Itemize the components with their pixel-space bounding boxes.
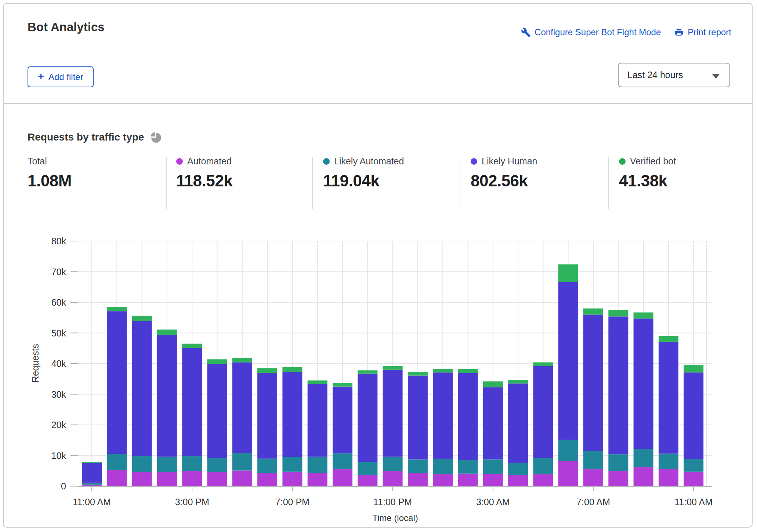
bar-segment-verified-bot[interactable] [182,344,202,348]
bar-segment-likely-automated[interactable] [634,449,653,467]
bar-segment-likely-human[interactable] [207,364,227,458]
bar-segment-likely-automated[interactable] [82,483,102,485]
bar-segment-likely-human[interactable] [483,387,503,459]
bar-segment-likely-automated[interactable] [433,459,453,474]
bar-segment-likely-automated[interactable] [257,459,277,473]
bar-segment-likely-human[interactable] [433,372,453,459]
bar-segment-likely-human[interactable] [257,373,277,459]
bar-segment-likely-automated[interactable] [282,457,302,472]
bar-segment-likely-automated[interactable] [684,459,703,472]
bar-segment-likely-automated[interactable] [483,459,503,474]
bar-segment-automated[interactable] [157,472,177,486]
bar-segment-automated[interactable] [282,472,302,486]
bar-segment-likely-human[interactable] [333,387,352,453]
bar-segment-automated[interactable] [659,469,678,486]
bar-segment-likely-automated[interactable] [358,462,377,475]
bar-segment-likely-automated[interactable] [533,458,553,474]
bar-segment-automated[interactable] [458,474,478,486]
bar-segment-verified-bot[interactable] [659,336,678,342]
bar-segment-likely-automated[interactable] [182,456,202,471]
bar-segment-likely-automated[interactable] [383,457,403,471]
bar-segment-automated[interactable] [358,475,377,486]
bar-segment-likely-human[interactable] [308,384,327,457]
bar-segment-verified-bot[interactable] [558,264,578,282]
bar-segment-automated[interactable] [533,474,553,486]
bar-segment-automated[interactable] [308,473,327,486]
bar-segment-likely-human[interactable] [383,370,403,457]
bar-segment-verified-bot[interactable] [232,358,252,362]
bar-segment-verified-bot[interactable] [157,329,177,335]
time-range-dropdown[interactable]: Last 24 hours [618,63,730,87]
bar-segment-automated[interactable] [483,474,503,486]
bar-segment-likely-human[interactable] [408,376,428,460]
bar-segment-likely-human[interactable] [634,318,653,449]
bar-segment-verified-bot[interactable] [483,381,503,387]
bar-segment-likely-human[interactable] [157,335,177,457]
bar-segment-likely-human[interactable] [508,383,528,463]
bar-segment-likely-automated[interactable] [207,458,227,472]
bar-segment-likely-automated[interactable] [659,453,678,469]
bar-segment-likely-human[interactable] [659,342,678,454]
bar-segment-likely-human[interactable] [132,321,152,456]
bar-segment-likely-human[interactable] [583,314,603,451]
configure-super-bot-fight-mode-link[interactable]: Configure Super Bot Fight Mode [521,27,661,37]
bar-segment-verified-bot[interactable] [207,359,227,364]
bar-segment-likely-human[interactable] [358,374,377,462]
bar-segment-verified-bot[interactable] [282,367,302,372]
bar-segment-likely-automated[interactable] [232,453,252,470]
bar-segment-automated[interactable] [608,471,628,486]
bar-segment-verified-bot[interactable] [308,380,327,384]
bar-segment-likely-human[interactable] [232,362,252,453]
bar-segment-verified-bot[interactable] [684,365,703,372]
bar-segment-verified-bot[interactable] [458,369,478,373]
bar-segment-automated[interactable] [232,470,252,486]
bar-segment-likely-automated[interactable] [308,457,327,473]
bar-segment-likely-human[interactable] [282,372,302,457]
bar-segment-likely-automated[interactable] [333,453,352,469]
bar-segment-verified-bot[interactable] [383,366,403,370]
bar-segment-automated[interactable] [684,472,703,486]
bar-segment-automated[interactable] [383,471,403,486]
bar-segment-likely-human[interactable] [684,372,703,459]
bar-segment-automated[interactable] [408,473,428,486]
bar-segment-verified-bot[interactable] [508,380,528,383]
bar-segment-likely-automated[interactable] [408,459,428,473]
add-filter-button[interactable]: + Add filter [28,66,94,87]
bar-segment-automated[interactable] [107,470,127,486]
bar-segment-automated[interactable] [132,472,152,486]
bar-segment-likely-automated[interactable] [107,454,127,470]
bar-segment-likely-human[interactable] [608,316,628,454]
bar-segment-verified-bot[interactable] [634,313,653,319]
bar-segment-verified-bot[interactable] [132,316,152,321]
bar-segment-verified-bot[interactable] [408,372,428,376]
bar-segment-likely-automated[interactable] [157,457,177,472]
bar-segment-automated[interactable] [333,469,352,486]
bar-segment-automated[interactable] [182,471,202,486]
bar-segment-verified-bot[interactable] [533,362,553,366]
bar-segment-automated[interactable] [508,475,528,486]
bar-segment-likely-automated[interactable] [132,456,152,472]
bar-segment-verified-bot[interactable] [333,383,352,387]
bar-segment-automated[interactable] [207,472,227,486]
bar-segment-verified-bot[interactable] [257,368,277,373]
bar-segment-likely-human[interactable] [558,282,578,440]
bar-segment-likely-automated[interactable] [558,440,578,461]
bar-segment-likely-human[interactable] [107,311,127,454]
bar-segment-automated[interactable] [558,461,578,486]
bar-segment-automated[interactable] [634,467,653,486]
bar-segment-likely-automated[interactable] [458,460,478,474]
bar-segment-likely-automated[interactable] [583,451,603,469]
bar-segment-likely-human[interactable] [458,373,478,460]
bar-segment-verified-bot[interactable] [583,309,603,315]
bar-segment-likely-automated[interactable] [508,463,528,475]
bar-segment-verified-bot[interactable] [107,307,127,311]
bar-segment-verified-bot[interactable] [358,370,377,374]
bar-segment-automated[interactable] [82,485,102,486]
bar-segment-likely-human[interactable] [533,366,553,458]
bar-segment-verified-bot[interactable] [82,462,102,463]
bar-segment-automated[interactable] [583,469,603,486]
bar-segment-likely-automated[interactable] [608,454,628,471]
bar-segment-automated[interactable] [433,474,453,486]
bar-segment-likely-human[interactable] [182,348,202,456]
bar-segment-verified-bot[interactable] [433,369,453,372]
